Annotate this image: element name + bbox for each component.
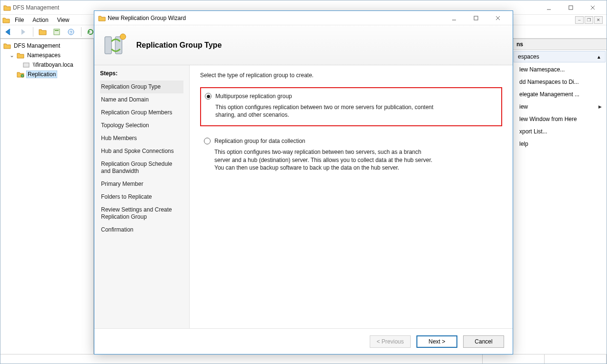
wizard-minimize-button[interactable] [443,11,465,25]
tree-root-label: DFS Management [13,42,61,49]
step-item[interactable]: Name and Domain [100,93,183,106]
wizard-window-buttons [443,11,509,25]
wizard-heading: Replication Group Type [136,41,222,50]
actions-pane: ns espaces ▲ lew Namespace...dd Namespac… [512,39,607,354]
tree-namespace-entry[interactable]: \\firatboyan.loca [0,60,93,70]
radio-option[interactable]: Replication group for data collectionThi… [200,133,502,178]
mdi-restore[interactable]: ❐ [585,16,593,24]
step-item[interactable]: Review Settings and Create Replication G… [100,203,183,223]
app-title: DFS Management [11,4,538,11]
wizard-titlebar: New Replication Group Wizard [94,11,513,25]
content-pane: Select the type of replication group to … [190,65,513,328]
status-bar [0,354,607,364]
cancel-button[interactable]: Cancel [463,335,504,348]
next-button[interactable]: Next > [416,335,457,348]
namespace-entry-icon [22,61,30,68]
action-item-label: iew [519,103,528,110]
radio-option[interactable]: Multipurpose replication groupThis optio… [200,87,502,126]
replication-icon [17,71,24,78]
radio-description: This option configures two-way replicati… [214,148,434,172]
mdi-close[interactable]: ✕ [594,16,603,24]
action-item-label: elegate Management ... [519,91,579,98]
maximize-button[interactable] [560,1,582,14]
actions-group-label: espaces [518,53,539,60]
step-item[interactable]: Replication Group Schedule and Bandwidth [100,158,183,178]
actions-group[interactable]: espaces ▲ [514,51,606,62]
menu-view[interactable]: View [53,16,73,24]
action-item[interactable]: dd Namespaces to Di... [513,76,607,88]
radio-label: Replication group for data collection [214,138,305,144]
menu-file[interactable]: File [11,16,28,24]
wizard-dialog: New Replication Group Wizard Replication… [94,10,513,354]
action-item-label: xport List... [519,128,547,135]
radio-label: Multipurpose replication group [215,93,292,100]
steps-pane: Steps: Replication Group TypeName and Do… [94,65,190,328]
close-button[interactable] [582,1,604,14]
wizard-title: New Replication Group Wizard [106,15,443,21]
step-item[interactable]: Confirmation [100,223,183,236]
step-item[interactable]: Topology Selection [100,119,183,132]
step-item[interactable]: Folders to Replicate [100,191,183,203]
forward-button[interactable] [18,27,29,37]
wizard-icon [98,15,106,21]
window-buttons [538,1,604,14]
wizard-close-button[interactable] [487,11,509,25]
toolbar-new-icon[interactable] [37,27,49,37]
toolbar-help-icon[interactable]: ? [66,27,77,37]
radio-row[interactable]: Multipurpose replication group [205,93,495,100]
mdi-buttons: – ❐ ✕ [575,16,605,24]
action-item-label: lew Window from Here [519,116,577,122]
svg-rect-4 [54,29,60,35]
action-item[interactable]: lew Namespace... [513,63,607,76]
action-item-label: dd Namespaces to Di... [519,79,579,85]
menubar-icon [2,17,10,23]
wizard-footer: < Previous Next > Cancel [94,328,513,354]
minimize-button[interactable] [538,1,560,14]
radio-button-icon[interactable] [204,138,211,144]
mdi-minimize[interactable]: – [575,16,584,24]
tree-namespace-entry-label: \\firatboyan.loca [32,61,74,68]
actions-header: ns [513,39,607,50]
content-prompt: Select the type of replication group to … [200,72,502,79]
tree-pane: DFS Management ⌄ Namespaces \\firatboyan… [0,39,94,354]
action-item[interactable]: lelp [513,138,607,150]
tree-replication-label: Replication [26,71,57,78]
radio-description: This option configures replication betwe… [215,103,435,119]
svg-rect-11 [474,16,478,20]
chevron-up-icon: ▲ [597,54,601,60]
step-item[interactable]: Primary Member [100,178,183,191]
menu-action[interactable]: Action [29,16,52,24]
actions-list: lew Namespace...dd Namespaces to Di...el… [513,63,607,150]
tree-namespaces[interactable]: ⌄ Namespaces [0,51,93,60]
tree-root[interactable]: DFS Management [0,41,93,51]
back-button[interactable] [3,27,15,37]
wizard-header-icon [101,32,128,59]
action-item-label: lelp [519,141,528,147]
step-item[interactable]: Hub and Spoke Connections [100,145,183,158]
namespaces-icon [17,52,24,59]
tree-namespaces-label: Namespaces [26,52,61,59]
svg-rect-1 [569,6,573,10]
tree-twisty-icon[interactable]: ⌄ [9,52,15,59]
previous-button: < Previous [370,335,411,348]
svg-rect-5 [55,30,59,31]
wizard-body: Steps: Replication Group TypeName and Do… [94,65,513,328]
svg-point-9 [21,74,24,77]
steps-title: Steps: [100,70,183,77]
wizard-maximize-button[interactable] [465,11,487,25]
wizard-header: Replication Group Type [94,25,513,65]
steps-list: Replication Group TypeName and DomainRep… [100,81,183,236]
tree-replication[interactable]: Replication [0,70,93,79]
action-item[interactable]: iew [513,101,607,113]
options-container: Multipurpose replication groupThis optio… [200,87,502,178]
action-item[interactable]: lew Window from Here [513,113,607,125]
radio-button-icon[interactable] [205,93,212,100]
radio-row[interactable]: Replication group for data collection [204,138,496,144]
step-item[interactable]: Replication Group Type [100,81,183,93]
step-item[interactable]: Replication Group Members [100,106,183,119]
step-item[interactable]: Hub Members [100,132,183,145]
action-item[interactable]: xport List... [513,125,607,138]
action-item[interactable]: elegate Management ... [513,88,607,101]
svg-text:?: ? [70,30,72,35]
toolbar-properties-icon[interactable] [51,27,63,37]
